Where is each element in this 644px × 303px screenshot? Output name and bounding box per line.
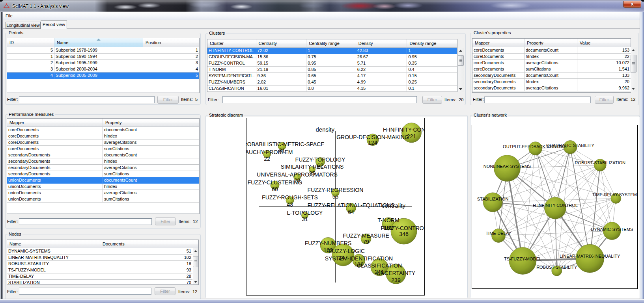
svg-text:43: 43	[287, 201, 293, 208]
svg-text:239: 239	[391, 277, 401, 283]
svg-text:FUZZY-TOPOLOGY: FUZZY-TOPOLOGY	[295, 156, 345, 163]
svg-text:T-NORM: T-NORM	[377, 217, 399, 223]
svg-text:UNIVERSAL-APPROXIMATORS: UNIVERSAL-APPROXIMATORS	[257, 171, 338, 178]
svg-text:DYNAMIC-SYSTEMS: DYNAMIC-SYSTEMS	[591, 227, 633, 232]
svg-text:ROBUST-STABILIZATION: ROBUST-STABILIZATION	[575, 160, 626, 165]
svg-text:60: 60	[272, 186, 278, 192]
svg-text:NONLINEAR-SYSTEMS: NONLINEAR-SYSTEMS	[483, 164, 531, 169]
svg-text:FUZZY-REGRESSION: FUZZY-REGRESSION	[308, 187, 364, 193]
svg-text:density: density	[315, 126, 334, 133]
svg-text:FUZZY-RELATIONAL-EQUATIONS: FUZZY-RELATIONAL-EQUATIONS	[308, 202, 395, 208]
svg-text:FUZZY-ROUGH-SETS: FUZZY-ROUGH-SETS	[262, 194, 318, 201]
svg-text:TIME-DELAY-SYSTEMS: TIME-DELAY-SYSTEMS	[592, 192, 640, 197]
svg-text:FUZZY-NUMBERS: FUZZY-NUMBERS	[305, 240, 352, 246]
svg-text:PROBABILISTIC-METRIC-SPACE: PROBABILISTIC-METRIC-SPACE	[239, 141, 324, 147]
svg-text:346: 346	[399, 231, 409, 237]
svg-text:H-INFINITY-CONTROL: H-INFINITY-CONTROL	[533, 203, 578, 208]
svg-text:FUZZY-MEASURE: FUZZY-MEASURE	[343, 232, 389, 239]
svg-text:TIME-DELAY: TIME-DELAY	[485, 231, 511, 236]
svg-text:FUZZY-CONTROL: FUZZY-CONTROL	[381, 225, 427, 231]
svg-text:64: 64	[348, 209, 354, 215]
svg-text:CAUCHY-PROBLEM: CAUCHY-PROBLEM	[241, 149, 293, 155]
svg-text:22: 22	[264, 156, 270, 162]
svg-text:FUZZY-LOGIC: FUZZY-LOGIC	[329, 248, 365, 254]
svg-text:79: 79	[363, 239, 369, 245]
svg-text:SYSTEM-IDENTIFICATION: SYSTEM-IDENTIFICATION	[325, 255, 393, 262]
svg-text:TS-FUZZY-MODEL: TS-FUZZY-MODEL	[504, 257, 541, 261]
svg-text:SIMILARITY-RELATIONS: SIMILARITY-RELATIONS	[281, 164, 343, 170]
svg-text:124: 124	[368, 139, 377, 146]
svg-text:OUTPUT-FEEDBACK-CONTROL: OUTPUT-FEEDBACK-CONTROL	[503, 144, 568, 149]
svg-text:L-TOPOLOGY: L-TOPOLOGY	[287, 210, 323, 216]
svg-text:LINEAR-MATRIX-INEQUALITY: LINEAR-MATRIX-INEQUALITY	[560, 254, 620, 258]
svg-text:CLASSIFICATION: CLASSIFICATION	[357, 262, 402, 269]
svg-text:31: 31	[302, 216, 308, 222]
svg-text:ROBUST-STABILITY: ROBUST-STABILITY	[536, 265, 577, 270]
svg-text:FUZZY-CLUSTERING: FUZZY-CLUSTERING	[248, 179, 302, 186]
svg-text:STABILIZATION: STABILIZATION	[477, 197, 509, 201]
svg-text:UNCERTAINTY: UNCERTAINTY	[377, 270, 416, 276]
svg-text:55: 55	[332, 193, 339, 200]
